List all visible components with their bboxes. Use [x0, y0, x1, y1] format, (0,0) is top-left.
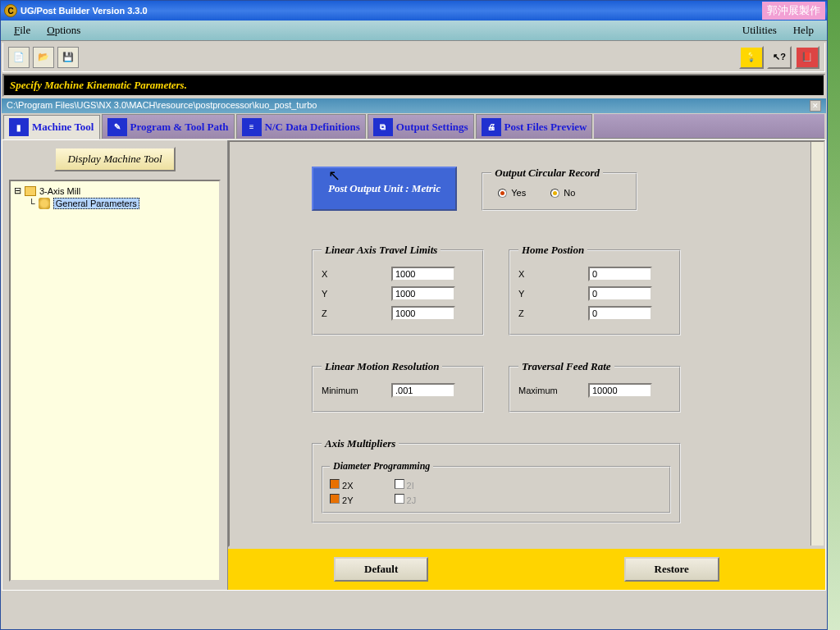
new-button[interactable]: 📄	[8, 47, 30, 68]
input-resolution-min[interactable]	[391, 383, 455, 398]
radio-no[interactable]: No	[550, 188, 575, 198]
check-2j: 2J	[395, 494, 417, 505]
checkbox-icon	[330, 479, 340, 489]
tab-machine-tool[interactable]: ▮ Machine Tool	[3, 115, 100, 139]
group-resolution: Linear Motion Resolution Minimum	[312, 360, 484, 413]
menubar: File Options Utilities Help	[1, 21, 827, 41]
menu-help[interactable]: Help	[785, 21, 822, 39]
tree-view[interactable]: ⊟ 3-Axis Mill └ General Parameters	[9, 180, 221, 582]
checkbox-icon	[395, 479, 404, 489]
radio-yes[interactable]: Yes	[498, 188, 526, 198]
preview-icon: 🖨	[482, 118, 501, 136]
group-feed-rate: Traversal Feed Rate Maximum	[509, 360, 681, 413]
machine-icon: ▮	[9, 118, 29, 136]
program-icon: ✎	[107, 118, 127, 136]
check-2y[interactable]: 2Y	[330, 494, 354, 505]
content-area: Display Machine Tool ⊟ 3-Axis Mill └ Gen…	[2, 139, 826, 591]
left-panel: Display Machine Tool ⊟ 3-Axis Mill └ Gen…	[2, 140, 228, 590]
radio-icon	[498, 189, 507, 198]
input-limit-x[interactable]	[391, 267, 455, 281]
tab-program-tool-path[interactable]: ✎ Program & Tool Path	[102, 114, 235, 139]
tab-post-preview[interactable]: 🖨 Post Files Preview	[476, 114, 593, 139]
menu-options[interactable]: Options	[39, 21, 89, 39]
input-limit-y[interactable]	[391, 286, 455, 301]
gear-icon	[39, 198, 50, 209]
input-home-y[interactable]	[588, 286, 652, 301]
checkbox-icon	[395, 494, 404, 504]
menu-file[interactable]: File	[6, 21, 39, 39]
path-bar: C:\Program Files\UGS\NX 3.0\MACH\resourc…	[2, 98, 826, 113]
checkbox-icon	[330, 494, 340, 504]
group-diameter-programming: Diameter Programming 2X 2I 2Y 2J	[322, 460, 671, 514]
radio-icon	[550, 189, 559, 198]
main-window: C UG/Post Builder Version 3.3.0 郭沖展製作 Fi…	[0, 0, 828, 630]
open-button[interactable]: 📂	[33, 47, 54, 68]
tree-item-general[interactable]: └ General Parameters	[29, 197, 216, 210]
author-badge: 郭沖展製作	[762, 2, 825, 20]
titlebar[interactable]: C UG/Post Builder Version 3.3.0	[1, 1, 827, 21]
toolbar: 📄 📂 💾 💡 ↖? 📕	[2, 43, 825, 72]
cursor-icon: ↖	[328, 167, 340, 185]
output-icon: ⧉	[373, 118, 393, 136]
check-2i: 2I	[395, 479, 414, 491]
manual-icon[interactable]: 📕	[795, 46, 819, 69]
input-feed-max[interactable]	[588, 383, 652, 398]
group-circular-record: Output Circular Record Yes No	[482, 167, 637, 211]
tab-strip: ▮ Machine Tool ✎ Program & Tool Path ≡ N…	[2, 114, 826, 139]
check-2x[interactable]: 2X	[330, 479, 354, 491]
tab-output-settings[interactable]: ⧉ Output Settings	[368, 114, 474, 139]
group-linear-limits: Linear Axis Travel Limits X Y Z	[312, 244, 484, 336]
right-panel: ↖ Post Output Unit : Metric Output Circu…	[228, 140, 825, 590]
app-icon: C	[4, 4, 17, 17]
context-help-icon[interactable]: ↖?	[767, 46, 792, 69]
status-bar: Specify Machine Kinematic Parameters.	[2, 74, 825, 97]
menu-utilities[interactable]: Utilities	[734, 21, 785, 39]
balloon-help-icon[interactable]: 💡	[739, 46, 764, 69]
restore-button[interactable]: Restore	[624, 557, 719, 582]
file-path: C:\Program Files\UGS\NX 3.0\MACH\resourc…	[7, 100, 317, 112]
folder-icon	[25, 186, 36, 196]
group-home-position: Home Postion X Y Z	[509, 244, 681, 336]
tree-root[interactable]: ⊟ 3-Axis Mill	[14, 185, 216, 197]
input-limit-z[interactable]	[391, 306, 455, 321]
form-area: ↖ Post Output Unit : Metric Output Circu…	[228, 140, 825, 547]
scrollbar-vertical[interactable]	[810, 142, 824, 546]
bottom-bar: Default Restore	[228, 547, 825, 590]
tab-nc-data[interactable]: ≡ N/C Data Definitions	[236, 114, 366, 139]
status-text: Specify Machine Kinematic Parameters.	[7, 78, 565, 93]
save-button[interactable]: 💾	[57, 47, 79, 68]
window-title: UG/Post Builder Version 3.3.0	[21, 6, 148, 16]
input-home-x[interactable]	[588, 267, 652, 281]
display-machine-button[interactable]: Display Machine Tool	[54, 147, 175, 171]
close-icon[interactable]: ✕	[810, 100, 821, 112]
default-button[interactable]: Default	[334, 557, 428, 582]
group-axis-multipliers: Axis Multipliers Diameter Programming 2X…	[312, 437, 681, 523]
nc-icon: ≡	[242, 118, 262, 136]
input-home-z[interactable]	[588, 306, 652, 321]
